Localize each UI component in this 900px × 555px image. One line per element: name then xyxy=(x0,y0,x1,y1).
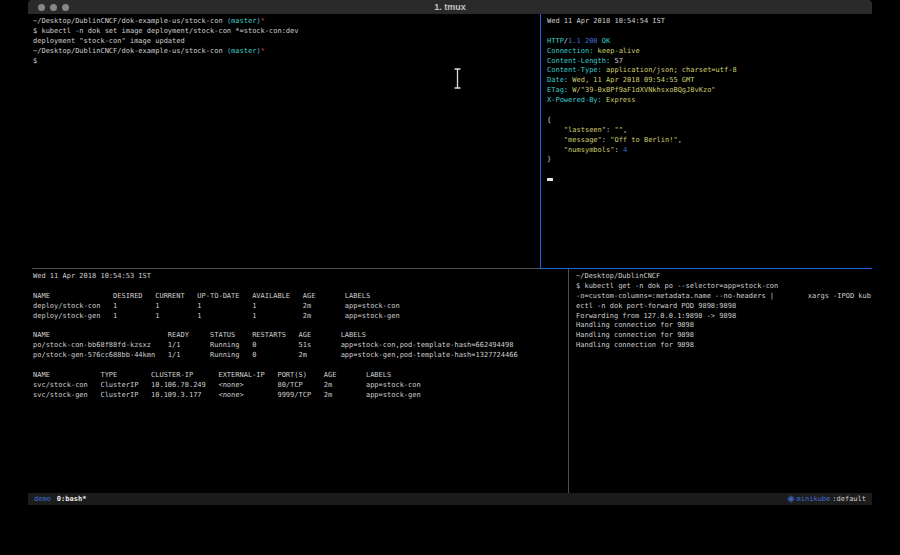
active-pane-border-horizontal[interactable] xyxy=(540,268,872,269)
window-title: 1. tmux xyxy=(28,0,872,14)
terminal-line: ~/Desktop/DublinCNCF/dok-example-us/stoc… xyxy=(33,47,540,57)
tmux-status-bar: demo 0:bash* minikube :default xyxy=(28,493,872,505)
terminal-line: $ xyxy=(33,57,540,67)
terminal-line: Forwarding from 127.0.0.1:9898 -> 9898 xyxy=(576,312,872,322)
terminal-line: -o=custom-columns=:metadata.name --no-he… xyxy=(576,292,872,302)
terminal-line: Handling connection for 9898 xyxy=(576,341,872,351)
pane-bottom-right[interactable]: ~/Desktop/DublinCNCF$ kubectl get -n dok… xyxy=(569,269,872,493)
terminal-line: svc/stock-con ClusterIP 10.106.78.249 <n… xyxy=(33,381,568,391)
terminal-line: ~/Desktop/DublinCNCF xyxy=(576,272,872,282)
kube-namespace: :default xyxy=(832,495,866,503)
terminal-line: X-Powered-By: Express xyxy=(547,96,872,106)
pane-top-left[interactable]: ~/Desktop/DublinCNCF/dok-example-us/stoc… xyxy=(28,14,540,268)
terminal-line: NAME DESIRED CURRENT UP-TO-DATE AVAILABL… xyxy=(33,292,568,302)
terminal-line: NAME TYPE CLUSTER-IP EXTERNAL-IP PORT(S)… xyxy=(33,371,568,381)
terminal-line: Wed 11 Apr 2018 10:54:53 IST xyxy=(33,272,568,282)
terminal-line: "message": "Off to Berlin!", xyxy=(547,136,872,146)
terminal-line: Content-Length: 57 xyxy=(547,57,872,67)
terminal-line: $ kubectl get -n dok po --selector=app=s… xyxy=(576,282,872,292)
terminal-line: "numsymbols": 4 xyxy=(547,146,872,156)
block-cursor xyxy=(547,178,553,182)
terminal-line: svc/stock-gen ClusterIP 10.109.3.177 <no… xyxy=(33,391,568,401)
terminal-line: } xyxy=(547,155,872,165)
terminal-line: { xyxy=(547,116,872,126)
terminal-line: Handling connection for 9898 xyxy=(576,321,872,331)
mouse-ibeam-cursor xyxy=(454,68,461,89)
terminal-line: Wed 11 Apr 2018 10:54:54 IST xyxy=(547,17,872,27)
terminal-line: HTTP/1.1 200 OK xyxy=(547,37,872,47)
tmux-content: ~/Desktop/DublinCNCF/dok-example-us/stoc… xyxy=(28,14,872,493)
window-list-item[interactable]: 0:bash* xyxy=(57,495,87,503)
terminal-window: 1. tmux ~/Desktop/DublinCNCF/dok-example… xyxy=(28,0,872,505)
terminal-line xyxy=(33,361,568,371)
terminal-line: $ kubectl -n dok set image deployment/st… xyxy=(33,27,540,37)
pane-divider-horizontal[interactable] xyxy=(32,268,540,269)
pane-bottom-left[interactable]: Wed 11 Apr 2018 10:54:53 IST NAME DESIRE… xyxy=(28,269,568,493)
terminal-line: po/stock-gen-576cc688bb-44kmn 1/1 Runnin… xyxy=(33,351,568,361)
pane-top-right[interactable]: Wed 11 Apr 2018 10:54:54 IST HTTP/1.1 20… xyxy=(541,14,872,268)
session-name: demo xyxy=(34,495,51,503)
active-pane-border-vertical[interactable] xyxy=(540,14,541,269)
terminal-line: po/stock-con-bb68f88fd-kzsxz 1/1 Running… xyxy=(33,341,568,351)
terminal-line: deploy/stock-con 1 1 1 1 2m app=stock-co… xyxy=(33,302,568,312)
terminal-line: ~/Desktop/DublinCNCF/dok-example-us/stoc… xyxy=(33,17,540,27)
terminal-line: Connection: keep-alive xyxy=(547,47,872,57)
terminal-line xyxy=(33,321,568,331)
terminal-line: deploy/stock-gen 1 1 1 1 2m app=stock-ge… xyxy=(33,312,568,322)
window-titlebar: 1. tmux xyxy=(28,0,872,15)
terminal-line: deployment "stock-con" image updated xyxy=(33,37,540,47)
terminal-line xyxy=(547,106,872,116)
terminal-line: Date: Wed, 11 Apr 2018 09:54:55 GMT xyxy=(547,76,872,86)
terminal-line xyxy=(547,165,872,175)
terminal-line xyxy=(547,175,872,185)
terminal-line: NAME READY STATUS RESTARTS AGE LABELS xyxy=(33,331,568,341)
terminal-line xyxy=(33,282,568,292)
helm-wheel-icon xyxy=(787,495,795,503)
terminal-line: ectl -n dok port-forward POD 9898:9898 xyxy=(576,302,872,312)
kube-context: minikube xyxy=(797,495,831,503)
pane-divider-vertical[interactable] xyxy=(568,269,569,493)
terminal-line: "lastseen": "", xyxy=(547,126,872,136)
terminal-line: ETag: W/"39-0xBPf9aF1dXVNkhsxoBQgJ8vKzo" xyxy=(547,86,872,96)
terminal-line xyxy=(547,27,872,37)
terminal-line: Content-Type: application/json; charset=… xyxy=(547,66,872,76)
terminal-line: Handling connection for 9898 xyxy=(576,331,872,341)
